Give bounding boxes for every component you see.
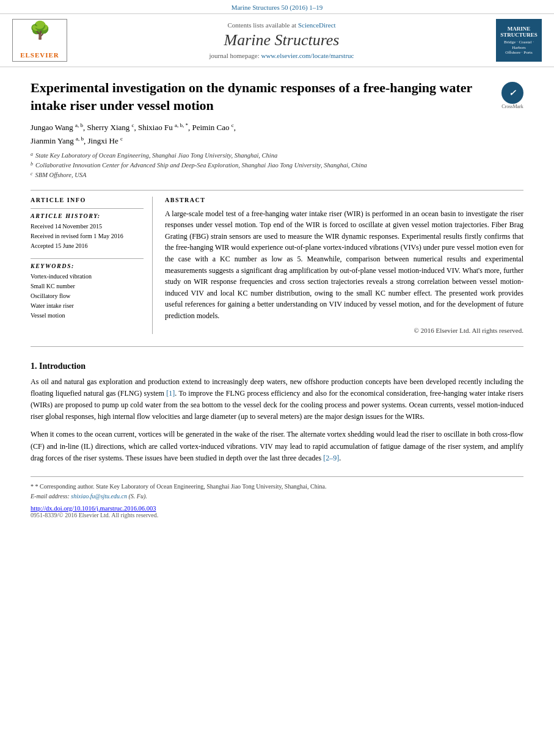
intro-paragraph-1: As oil and natural gas exploration and p… — [31, 376, 523, 423]
affiliation-b-text: Collaborative Innovation Center for Adva… — [35, 161, 367, 170]
marine-structures-logo: MARINESTRUCTURES Bridge · Coastal · Harb… — [496, 19, 542, 62]
author-2: Sherry Xiang c, — [87, 123, 136, 132]
ref-1-link[interactable]: [1] — [166, 389, 175, 398]
journal-title: Marine Structures — [77, 31, 486, 49]
crossmark-label: CrossMark — [501, 104, 523, 109]
abstract-header: ABSTRACT — [165, 197, 523, 203]
sciencedirect-link[interactable]: ScienceDirect — [298, 21, 336, 29]
elsevier-tree-icon: 🌳 — [29, 22, 51, 39]
main-content: Experimental investigation on the dynami… — [0, 67, 554, 531]
author-1: Jungao Wang a, b, — [31, 123, 85, 132]
journal-homepage: journal homepage: www.elsevier.com/locat… — [77, 52, 486, 59]
authors-list: Jungao Wang a, b, Sherry Xiang c, Shixia… — [31, 120, 523, 147]
ref-2-9-link[interactable]: [2–9] — [323, 454, 339, 462]
history-revised: Received in revised form 1 May 2016 — [31, 231, 144, 241]
email-name: (S. Fu). — [129, 493, 147, 500]
affiliation-a: a State Key Laboratory of Ocean Engineer… — [31, 151, 523, 161]
article-title-section: Experimental investigation on the dynami… — [31, 79, 523, 114]
keywords-header: Keywords: — [31, 263, 144, 269]
journal-center: Contents lists available at ScienceDirec… — [77, 21, 486, 59]
marine-logo-sub: Bridge · Coastal · HarborsOffshore · Por… — [499, 40, 539, 55]
abstract-column: ABSTRACT A large-scale model test of a f… — [165, 197, 523, 334]
issn-line: 0951-8339/© 2016 Elsevier Ltd. All right… — [31, 512, 523, 518]
journal-header: 🌳 ELSEVIER Contents lists available at S… — [0, 13, 554, 67]
intro-title: Introduction — [39, 362, 86, 371]
sciencedirect-line: Contents lists available at ScienceDirec… — [77, 21, 486, 29]
marine-logo-title: MARINESTRUCTURES — [500, 26, 538, 39]
article-history: Article history: Received 14 November 20… — [31, 208, 144, 251]
author-5: Jianmin Yang a, b, — [31, 136, 86, 145]
author-4: Peimin Cao c, — [192, 123, 236, 132]
journal-citation: Marine Structures 50 (2016) 1–19 — [231, 4, 323, 11]
keywords-section: Keywords: Vortex-induced vibration Small… — [31, 258, 144, 321]
crossmark-badge: ✓ CrossMark — [501, 82, 523, 109]
history-header: Article history: — [31, 213, 144, 219]
email-line: E-mail address: shixiao.fu@sjtu.edu.cn (… — [31, 492, 523, 501]
main-divider — [31, 190, 523, 191]
keyword-2: Small KC number — [31, 282, 144, 291]
elsevier-logo: 🌳 ELSEVIER — [12, 19, 67, 62]
doi-link[interactable]: http://dx.doi.org/10.1016/j.marstruc.201… — [31, 505, 156, 512]
intro-number: 1. — [31, 362, 37, 371]
doi-line: http://dx.doi.org/10.1016/j.marstruc.201… — [31, 505, 523, 512]
email-link[interactable]: shixiao.fu@sjtu.edu.cn — [71, 493, 127, 500]
contents-text: Contents lists available at — [227, 21, 296, 29]
keyword-3: Oscillatory flow — [31, 291, 144, 301]
copyright-line: © 2016 Elsevier Ltd. All rights reserved… — [165, 327, 523, 334]
homepage-text: journal homepage: — [210, 52, 260, 59]
corresponding-author-note: * * Corresponding author. State Key Labo… — [31, 482, 523, 492]
article-info-column: ARTICLE INFO Article history: Received 1… — [31, 197, 153, 334]
intro-paragraph-2: When it comes to the ocean current, vort… — [31, 429, 523, 464]
article-body: ARTICLE INFO Article history: Received 1… — [31, 197, 523, 334]
affiliation-b: b Collaborative Innovation Center for Ad… — [31, 161, 523, 170]
keyword-5: Vessel motion — [31, 311, 144, 321]
introduction-section: 1. Introduction As oil and natural gas e… — [31, 362, 523, 464]
keyword-1: Vortex-induced vibration — [31, 272, 144, 282]
article-title: Experimental investigation on the dynami… — [31, 79, 495, 114]
affiliation-a-text: State Key Laboratory of Ocean Engineerin… — [35, 151, 277, 161]
keyword-4: Water intake riser — [31, 301, 144, 311]
history-received: Received 14 November 2015 — [31, 222, 144, 231]
footnotes-section: * * Corresponding author. State Key Labo… — [31, 476, 523, 518]
affiliation-c-text: SBM Offshore, USA — [35, 170, 87, 180]
top-bar: Marine Structures 50 (2016) 1–19 — [0, 0, 554, 13]
history-accepted: Accepted 15 June 2016 — [31, 241, 144, 251]
elsevier-brand: ELSEVIER — [20, 51, 59, 59]
affiliations: a State Key Laboratory of Ocean Engineer… — [31, 151, 523, 180]
star-symbol: * — [31, 483, 35, 490]
email-label: E-mail address: — [31, 493, 70, 500]
crossmark-icon: ✓ — [501, 82, 523, 104]
homepage-link[interactable]: www.elsevier.com/locate/marstruc — [261, 52, 354, 59]
intro-heading: 1. Introduction — [31, 362, 523, 371]
corresponding-author-text: * Corresponding author. State Key Labora… — [35, 483, 327, 490]
author-6: Jingxi He c — [88, 136, 123, 145]
article-info-header: ARTICLE INFO — [31, 197, 144, 203]
author-3: Shixiao Fu a, b, *, — [138, 123, 190, 132]
abstract-text: A large-scale model test of a free-hangi… — [165, 208, 523, 322]
affiliation-c: c SBM Offshore, USA — [31, 170, 523, 180]
intro-divider — [31, 346, 523, 347]
